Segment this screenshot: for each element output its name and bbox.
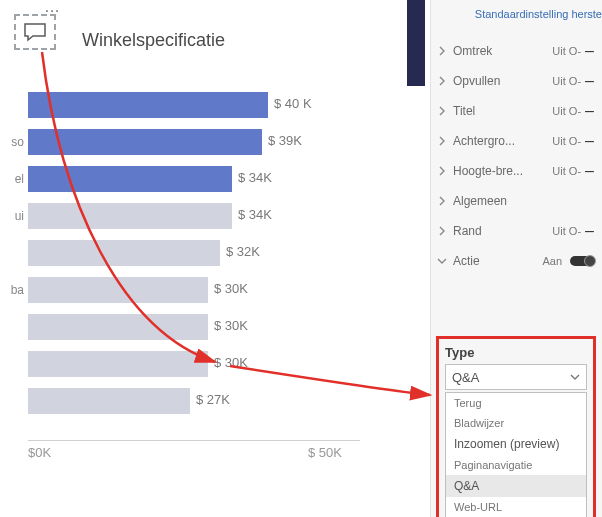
format-property-row[interactable]: Hoogte-bre...Uit O-– xyxy=(431,156,602,186)
bar-row: $ 27K xyxy=(0,386,380,416)
bar-category-label: so xyxy=(0,135,28,149)
toggle-off-indicator[interactable]: – xyxy=(585,106,594,116)
property-value: Uit O- xyxy=(552,135,581,147)
bar-value-label: $ 39K xyxy=(268,133,302,148)
bar-value-label: $ 30K xyxy=(214,318,248,333)
chart-canvas: … Winkelspecificatie $ 40 Kso$ 39Kel$ 34… xyxy=(0,0,425,517)
bar[interactable] xyxy=(28,129,262,155)
property-value: Uit O- xyxy=(552,75,581,87)
bar[interactable] xyxy=(28,351,208,377)
page-title: Winkelspecificatie xyxy=(82,30,225,51)
type-select[interactable]: Q&A xyxy=(445,364,587,390)
format-property-row[interactable]: RandUit O-– xyxy=(431,216,602,246)
toggle-on[interactable] xyxy=(570,256,594,266)
chevron-down-icon xyxy=(570,372,580,382)
chevron-right-icon xyxy=(437,226,449,236)
type-label: Type xyxy=(445,345,587,360)
property-name: Rand xyxy=(449,224,552,238)
toggle-off-indicator[interactable]: – xyxy=(585,226,594,236)
bar-row: ui$ 34K xyxy=(0,201,380,231)
bar-value-label: $ 27K xyxy=(196,392,230,407)
chevron-right-icon xyxy=(437,76,449,86)
bar-row: $ 32K xyxy=(0,238,380,268)
chevron-right-icon xyxy=(437,136,449,146)
x-tick: $ 50K xyxy=(308,445,342,460)
bar-chart: $ 40 Kso$ 39Kel$ 34Kui$ 34K$ 32Kba$ 30K$… xyxy=(0,90,380,423)
toggle-off-indicator[interactable]: – xyxy=(585,46,594,56)
format-property-row[interactable]: Algemeen xyxy=(431,186,602,216)
property-value: Uit O- xyxy=(552,45,581,57)
bar-value-label: $ 30K xyxy=(214,281,248,296)
dropdown-option[interactable]: Terug xyxy=(446,393,586,413)
format-property-row[interactable]: TitelUit O-– xyxy=(431,96,602,126)
toggle-off-indicator[interactable]: – xyxy=(585,136,594,146)
toggle-off-indicator[interactable]: – xyxy=(585,166,594,176)
x-tick: $0K xyxy=(28,445,51,460)
property-name: Omtrek xyxy=(449,44,552,58)
bar[interactable] xyxy=(28,203,232,229)
bar-category-label: ba xyxy=(0,283,28,297)
chevron-right-icon xyxy=(437,166,449,176)
chevron-right-icon xyxy=(437,46,449,56)
bar-value-label: $ 32K xyxy=(226,244,260,259)
bar-value-label: $ 40 K xyxy=(274,96,312,111)
dropdown-option[interactable]: Web-URL xyxy=(446,497,586,517)
speech-bubble-icon xyxy=(23,22,47,42)
toggle-off-indicator[interactable]: – xyxy=(585,76,594,86)
property-value: Aan xyxy=(542,255,562,267)
dropdown-option[interactable]: Paginanavigatie xyxy=(446,455,586,475)
property-name: Hoogte-bre... xyxy=(449,164,552,178)
type-section-highlight: Type Q&A TerugBladwijzerInzoomen (previe… xyxy=(436,336,596,517)
property-name: Actie xyxy=(449,254,542,268)
chevron-down-icon xyxy=(437,256,449,266)
type-select-value: Q&A xyxy=(452,370,479,385)
bar-value-label: $ 34K xyxy=(238,207,272,222)
format-property-row[interactable]: OpvullenUit O-– xyxy=(431,66,602,96)
property-name: Achtergro... xyxy=(449,134,552,148)
bar-row: ba$ 30K xyxy=(0,275,380,305)
format-property-row[interactable]: OmtrekUit O-– xyxy=(431,36,602,66)
x-axis: $0K$ 50K xyxy=(28,440,360,441)
dropdown-option[interactable]: Q&A xyxy=(446,475,586,497)
dropdown-option[interactable]: Bladwijzer xyxy=(446,413,586,433)
bar[interactable] xyxy=(28,240,220,266)
bar-value-label: $ 34K xyxy=(238,170,272,185)
bar-category-label: ui xyxy=(0,209,28,223)
format-property-row[interactable]: Achtergro...Uit O-– xyxy=(431,126,602,156)
visual-header-dark xyxy=(407,0,425,86)
bar-row: $ 40 K xyxy=(0,90,380,120)
dropdown-option[interactable]: Inzoomen (preview) xyxy=(446,433,586,455)
property-value: Uit O- xyxy=(552,165,581,177)
chevron-right-icon xyxy=(437,196,449,206)
format-property-row[interactable]: ActieAan xyxy=(431,246,602,276)
bar-value-label: $ 30K xyxy=(214,355,248,370)
bar-row: el$ 34K xyxy=(0,164,380,194)
property-value: Uit O- xyxy=(552,105,581,117)
bar-row: $ 30K xyxy=(0,312,380,342)
bar[interactable] xyxy=(28,388,190,414)
bar-row: so$ 39K xyxy=(0,127,380,157)
property-name: Algemeen xyxy=(449,194,594,208)
bar[interactable] xyxy=(28,277,208,303)
bar[interactable] xyxy=(28,92,268,118)
bar-row: $ 30K xyxy=(0,349,380,379)
property-value: Uit O- xyxy=(552,225,581,237)
qa-visual-button[interactable] xyxy=(14,14,56,50)
bar[interactable] xyxy=(28,166,232,192)
bar[interactable] xyxy=(28,314,208,340)
bar-category-label: el xyxy=(0,172,28,186)
chevron-right-icon xyxy=(437,106,449,116)
property-name: Opvullen xyxy=(449,74,552,88)
property-name: Titel xyxy=(449,104,552,118)
reset-defaults-link[interactable]: Standaardinstelling herste xyxy=(475,8,602,20)
type-dropdown[interactable]: TerugBladwijzerInzoomen (preview)Paginan… xyxy=(445,392,587,517)
format-properties-list: OmtrekUit O-–OpvullenUit O-–TitelUit O-–… xyxy=(431,36,602,276)
